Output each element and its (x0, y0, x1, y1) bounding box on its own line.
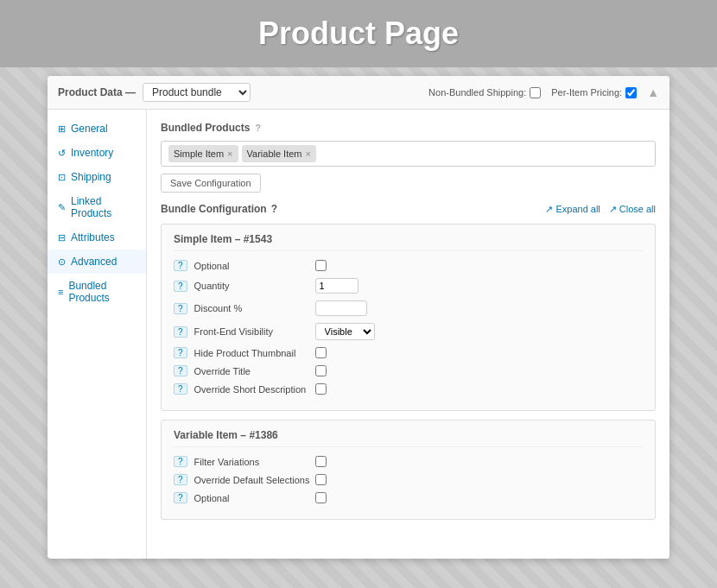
per-item-pricing-option[interactable]: Per-Item Pricing: (551, 87, 637, 98)
visibility-label: Front-End Visibility (194, 326, 315, 337)
discount-value[interactable] (315, 300, 367, 316)
visibility-help-icon[interactable]: ? (174, 326, 187, 338)
optional-label: Optional (194, 261, 315, 271)
tag-variable-item: Variable Item × (242, 145, 316, 162)
field-quantity: ? Quantity (174, 278, 643, 294)
variable-item-title: Variable Item – #1386 (174, 429, 643, 447)
bundle-config-title: Bundle Configuration ? (161, 203, 277, 215)
override-title-checkbox[interactable] (315, 365, 327, 376)
per-item-pricing-checkbox[interactable] (625, 87, 637, 98)
thumbnail-label: Hide Product Thumbnail (194, 348, 315, 358)
field-hide-thumbnail: ? Hide Product Thumbnail (174, 347, 643, 358)
tag-simple-item-label: Simple Item (174, 149, 224, 159)
linked-products-icon: ✎ (58, 202, 66, 213)
expand-all-link[interactable]: ↗ Expand all (545, 204, 600, 215)
non-bundled-shipping-option[interactable]: Non-Bundled Shipping: (428, 87, 541, 98)
shipping-icon: ⊡ (58, 172, 66, 183)
bundle-config-help-icon[interactable]: ? (271, 203, 277, 215)
sidebar-item-label: Attributes (71, 231, 115, 243)
bundled-products-input[interactable]: Simple Item × Variable Item × (161, 141, 656, 167)
simple-item-title: Simple Item – #1543 (174, 233, 643, 251)
optional-variable-value[interactable] (315, 492, 327, 503)
optional-variable-checkbox[interactable] (315, 492, 327, 503)
inventory-icon: ↺ (58, 148, 66, 159)
override-desc-checkbox[interactable] (315, 383, 327, 395)
sidebar-item-label: Advanced (71, 256, 117, 268)
general-icon: ⊞ (58, 123, 66, 135)
field-filter-variations: ? Filter Variations (174, 456, 643, 467)
sidebar-item-general[interactable]: ⊞ General (48, 117, 146, 141)
close-all-icon: ↗ (609, 204, 617, 215)
thumbnail-value[interactable] (315, 347, 327, 358)
optional-value[interactable] (315, 260, 327, 271)
override-title-value[interactable] (315, 365, 327, 376)
non-bundled-shipping-checkbox[interactable] (530, 87, 541, 98)
override-title-label: Override Title (194, 366, 315, 376)
optional-variable-help-icon[interactable]: ? (174, 492, 187, 503)
non-bundled-shipping-label: Non-Bundled Shipping: (428, 87, 526, 98)
close-all-link[interactable]: ↗ Close all (609, 204, 656, 215)
tag-variable-item-remove[interactable]: × (306, 149, 311, 159)
thumbnail-help-icon[interactable]: ? (174, 347, 187, 358)
collapse-button[interactable]: ▲ (647, 85, 659, 99)
quantity-label: Quantity (194, 281, 315, 291)
simple-item-section: Simple Item – #1543 ? Optional ? Quantit… (161, 224, 656, 411)
sidebar-item-advanced[interactable]: ⊙ Advanced (48, 250, 146, 274)
sidebar-item-shipping[interactable]: ⊡ Shipping (48, 165, 146, 189)
override-title-help-icon[interactable]: ? (174, 365, 187, 376)
expand-links: ↗ Expand all ↗ Close all (545, 204, 656, 215)
override-desc-help-icon[interactable]: ? (174, 383, 187, 395)
override-default-help-icon[interactable]: ? (174, 474, 187, 485)
filter-variations-checkbox[interactable] (315, 456, 327, 467)
filter-variations-help-icon[interactable]: ? (174, 456, 187, 467)
visibility-select[interactable]: Visible Hidden (315, 323, 375, 340)
product-data-options: Non-Bundled Shipping: Per-Item Pricing: … (428, 85, 659, 99)
discount-label: Discount % (194, 303, 315, 313)
tag-simple-item-remove[interactable]: × (227, 149, 232, 159)
browser-window: Product Data — Product bundle Simple pro… (48, 76, 669, 559)
bundled-products-help-icon[interactable]: ? (255, 123, 261, 133)
product-type-dropdown[interactable]: Product bundle Simple product Variable p… (143, 83, 251, 102)
visibility-value[interactable]: Visible Hidden (315, 323, 375, 340)
quantity-input[interactable] (315, 278, 358, 294)
per-item-pricing-label: Per-Item Pricing: (551, 87, 622, 98)
optional-checkbox[interactable] (315, 260, 327, 271)
tag-simple-item: Simple Item × (168, 145, 238, 162)
sidebar-item-linked-products[interactable]: ✎ Linked Products (48, 189, 146, 225)
filter-variations-label: Filter Variations (194, 457, 315, 467)
field-override-title: ? Override Title (174, 365, 643, 376)
sidebar-item-inventory[interactable]: ↺ Inventory (48, 141, 146, 165)
sidebar-item-attributes[interactable]: ⊟ Attributes (48, 225, 146, 250)
sidebar: ⊞ General ↺ Inventory ⊡ Shipping ✎ Linke… (48, 110, 147, 559)
filter-variations-value[interactable] (315, 456, 327, 467)
discount-input[interactable] (315, 300, 367, 316)
page-header: Product Page (0, 0, 717, 67)
save-configuration-button[interactable]: Save Configuration (161, 174, 261, 193)
sidebar-item-bundled-products[interactable]: ≡ Bundled Products (48, 274, 146, 310)
attributes-icon: ⊟ (58, 232, 66, 243)
quantity-value[interactable] (315, 278, 358, 294)
bundle-config-header: Bundle Configuration ? ↗ Expand all ↗ Cl… (161, 203, 656, 215)
override-desc-value[interactable] (315, 383, 327, 395)
sidebar-item-label: Inventory (71, 147, 113, 159)
bundled-products-icon: ≡ (58, 287, 63, 297)
expand-all-label: Expand all (555, 204, 600, 214)
product-data-bar: Product Data — Product bundle Simple pro… (48, 76, 669, 110)
sidebar-item-label: Shipping (71, 171, 111, 183)
close-all-label: Close all (619, 204, 656, 214)
bundle-config-label: Bundle Configuration (161, 203, 267, 215)
optional-help-icon[interactable]: ? (174, 260, 187, 271)
bundled-products-label: Bundled Products (161, 122, 250, 134)
quantity-help-icon[interactable]: ? (174, 281, 187, 292)
discount-help-icon[interactable]: ? (174, 303, 187, 314)
thumbnail-checkbox[interactable] (315, 347, 327, 358)
right-panel: Bundled Products ? Simple Item × Variabl… (147, 110, 669, 559)
expand-all-icon: ↗ (545, 204, 553, 215)
tag-variable-item-label: Variable Item (247, 149, 302, 159)
field-override-default: ? Override Default Selections (174, 474, 643, 485)
override-default-value[interactable] (315, 474, 327, 485)
main-content: ⊞ General ↺ Inventory ⊡ Shipping ✎ Linke… (48, 110, 669, 559)
override-default-checkbox[interactable] (315, 474, 327, 485)
field-override-desc: ? Override Short Description (174, 383, 643, 395)
field-optional: ? Optional (174, 260, 643, 271)
